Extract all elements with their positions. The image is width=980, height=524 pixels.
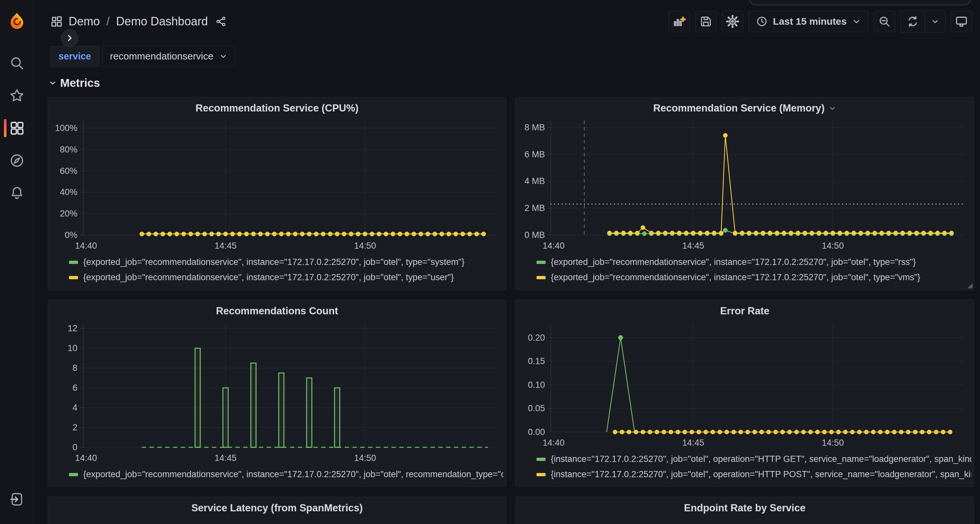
add-panel-icon xyxy=(673,15,686,28)
legend-item[interactable]: {instance="172.17.0.2:25270", job="otel"… xyxy=(536,451,971,467)
legend-item[interactable]: {instance="172.17.0.2:25270", job="otel"… xyxy=(536,467,971,482)
chevron-down-icon xyxy=(219,52,228,60)
row-header-metrics[interactable]: Metrics xyxy=(48,75,980,91)
count-legend: {exported_job="recommendationservice", i… xyxy=(69,467,503,482)
star-icon xyxy=(10,88,24,103)
sidebar-item-sign-in[interactable] xyxy=(0,483,34,516)
svg-text:0: 0 xyxy=(73,442,77,452)
legend-label: {instance="172.17.0.2:25270", job="otel"… xyxy=(551,469,971,480)
svg-text:100%: 100% xyxy=(55,123,77,133)
chevron-right-icon xyxy=(65,34,74,42)
time-range-label: Last 15 minutes xyxy=(773,16,847,27)
refresh-button-group xyxy=(900,10,945,32)
panel-endpoint-header[interactable]: Endpoint Rate by Service xyxy=(518,500,971,516)
panel-title: Recommendation Service (Memory) xyxy=(653,102,824,114)
top-overlay-notch xyxy=(749,0,970,5)
panel-cpu: Recommendation Service (CPU%) 0%20%40%60… xyxy=(48,97,506,290)
svg-text:14:45: 14:45 xyxy=(215,241,237,251)
save-dashboard-button[interactable] xyxy=(695,11,717,32)
panel-title: Endpoint Rate by Service xyxy=(684,502,806,514)
gear-icon xyxy=(726,15,739,28)
legend-item[interactable]: {exported_job="recommendationservice", i… xyxy=(69,254,503,270)
breadcrumb: Demo / Demo Dashboard xyxy=(50,14,227,28)
error-rate-chart[interactable]: 0.000.050.100.150.2014:4014:4514:50 xyxy=(518,319,971,451)
svg-text:4: 4 xyxy=(73,403,77,413)
refresh-interval-dropdown[interactable] xyxy=(925,11,945,32)
svg-text:4 MB: 4 MB xyxy=(525,176,545,186)
panel-count-header[interactable]: Recommendations Count xyxy=(51,303,503,319)
sidebar-item-explore[interactable] xyxy=(0,144,34,177)
panel-resize-handle[interactable] xyxy=(967,283,972,288)
kiosk-tv-icon xyxy=(955,15,968,28)
cpu-chart[interactable]: 0%20%40%60%80%100%14:4014:4514:50 xyxy=(51,116,503,254)
svg-text:0.15: 0.15 xyxy=(528,356,545,366)
sidebar-expand-button[interactable] xyxy=(61,29,78,47)
grafana-logo[interactable] xyxy=(8,12,26,30)
legend-item[interactable]: {exported_job="recommendationservice", i… xyxy=(69,467,503,482)
alerting-bell-icon xyxy=(10,186,24,200)
refresh-icon xyxy=(907,15,919,28)
legend-swatch xyxy=(536,276,546,279)
time-zoom-out-button[interactable] xyxy=(874,11,895,32)
panel-cpu-header[interactable]: Recommendation Service (CPU%) xyxy=(51,100,503,116)
svg-text:8: 8 xyxy=(73,363,77,373)
variables-bar: service recommendationservice xyxy=(50,46,980,66)
legend-label: {exported_job="recommendationservice", i… xyxy=(83,257,464,267)
legend-swatch xyxy=(536,473,546,476)
legend-label: {exported_job="recommendationservice", i… xyxy=(551,257,916,267)
panel-latency-header[interactable]: Service Latency (from SpanMetrics) xyxy=(51,500,503,516)
svg-text:40%: 40% xyxy=(60,187,77,197)
time-range-picker[interactable]: Last 15 minutes xyxy=(748,11,869,32)
legend-swatch xyxy=(536,261,546,264)
legend-item[interactable]: {exported_job="recommendationservice", i… xyxy=(536,270,971,285)
zoom-out-icon xyxy=(878,15,891,28)
breadcrumb-page[interactable]: Demo Dashboard xyxy=(116,14,208,28)
active-accent-bar xyxy=(4,119,6,137)
svg-text:14:50: 14:50 xyxy=(822,241,844,251)
dashboards-grid-icon xyxy=(10,121,24,135)
legend-label: {exported_job="recommendationservice", i… xyxy=(83,469,503,480)
svg-text:0.05: 0.05 xyxy=(528,403,545,413)
panel-title: Recommendations Count xyxy=(216,305,338,317)
panel-service-latency: Service Latency (from SpanMetrics) xyxy=(48,497,506,524)
error-rate-legend: {instance="172.17.0.2:25270", job="otel"… xyxy=(536,451,971,482)
legend-item[interactable]: {exported_job="recommendationservice", i… xyxy=(536,254,971,270)
panel-menu-caret-icon[interactable] xyxy=(829,104,836,112)
sidebar-item-dashboards[interactable] xyxy=(0,112,34,144)
svg-text:10: 10 xyxy=(68,343,77,353)
memory-chart[interactable]: 0 MB2 MB4 MB6 MB8 MB14:4014:4514:50 xyxy=(518,116,971,254)
variable-value: recommendationservice xyxy=(110,51,213,62)
variable-label[interactable]: service xyxy=(50,46,99,67)
sidebar xyxy=(0,0,34,524)
add-panel-button[interactable] xyxy=(668,11,690,32)
panel-grid: Recommendation Service (CPU%) 0%20%40%60… xyxy=(48,97,974,524)
svg-text:14:40: 14:40 xyxy=(542,438,565,448)
grafana-dashboard-page: Demo / Demo Dashboard xyxy=(0,0,980,524)
sidebar-item-search[interactable] xyxy=(0,47,34,79)
svg-text:2: 2 xyxy=(73,422,77,432)
variable-value-dropdown[interactable]: recommendationservice xyxy=(102,46,235,67)
share-icon[interactable] xyxy=(216,16,227,27)
grafana-flame-icon xyxy=(8,12,26,30)
recommendations-count-chart[interactable]: 02468101214:4014:4514:50 xyxy=(51,319,503,466)
svg-text:14:40: 14:40 xyxy=(75,453,97,463)
svg-text:14:40: 14:40 xyxy=(542,241,565,251)
explore-compass-icon xyxy=(10,153,24,168)
apps-grid-icon xyxy=(50,15,63,28)
panel-error-header[interactable]: Error Rate xyxy=(518,303,971,319)
kiosk-mode-button[interactable] xyxy=(951,11,972,32)
breadcrumb-section[interactable]: Demo xyxy=(68,14,100,28)
svg-text:0.10: 0.10 xyxy=(528,380,545,390)
sidebar-nav xyxy=(0,47,34,210)
sidebar-item-starred[interactable] xyxy=(0,79,34,112)
breadcrumb-separator: / xyxy=(106,14,110,28)
dashboard-settings-button[interactable] xyxy=(722,11,743,32)
svg-text:60%: 60% xyxy=(60,166,77,176)
panel-memory-header[interactable]: Recommendation Service (Memory) xyxy=(518,100,971,116)
chevron-down-icon xyxy=(931,17,939,26)
legend-item[interactable]: {exported_job="recommendationservice", i… xyxy=(69,270,503,285)
sidebar-item-alerting[interactable] xyxy=(0,177,34,210)
refresh-dashboard-button[interactable] xyxy=(900,11,925,32)
svg-text:14:45: 14:45 xyxy=(682,241,704,251)
legend-swatch xyxy=(69,473,78,476)
